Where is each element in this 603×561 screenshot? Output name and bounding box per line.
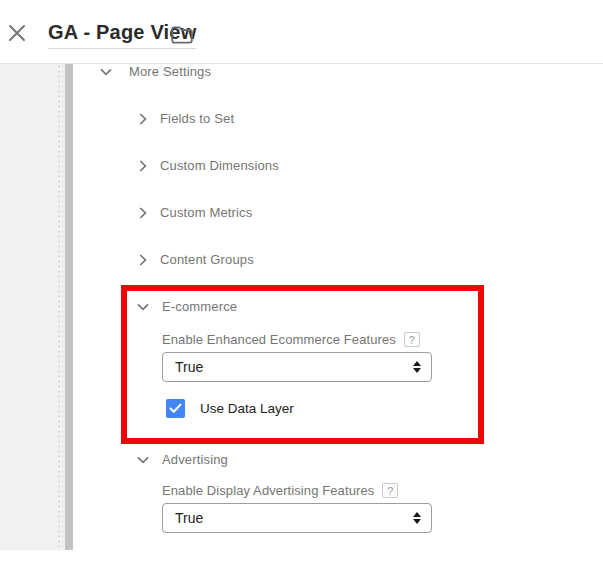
enhanced-ecommerce-select[interactable]: True [162, 352, 432, 382]
tag-editor-dialog: GA - Page View More Settings Fields to S… [0, 0, 603, 561]
field-label: Enable Display Advertising Features [162, 483, 374, 498]
section-content-groups[interactable]: Content Groups [139, 252, 254, 267]
select-value: True [175, 510, 413, 526]
field-label: Enable Enhanced Ecommerce Features [162, 332, 396, 347]
use-data-layer-option[interactable]: Use Data Layer [166, 399, 294, 418]
display-advertising-select[interactable]: True [162, 503, 432, 533]
chevron-down-icon [137, 456, 149, 464]
vertical-scrollbar[interactable] [65, 64, 73, 550]
section-ecommerce[interactable]: E-commerce [137, 299, 237, 314]
chevron-right-icon [139, 160, 147, 172]
section-more-settings[interactable]: More Settings [100, 64, 211, 79]
panel-texture [57, 64, 63, 550]
help-icon[interactable]: ? [382, 483, 398, 498]
checked-checkbox-icon[interactable] [166, 399, 185, 418]
section-fields-to-set[interactable]: Fields to Set [139, 111, 234, 126]
close-icon[interactable] [7, 23, 27, 43]
unfold-arrows-icon [413, 361, 421, 373]
section-label: Advertising [162, 452, 228, 467]
chevron-down-icon [137, 303, 149, 311]
section-label: More Settings [129, 64, 211, 79]
chevron-down-icon [100, 68, 112, 76]
display-advertising-field: Enable Display Advertising Features ? [162, 483, 398, 498]
chevron-right-icon [139, 207, 147, 219]
section-label: Fields to Set [160, 111, 234, 126]
folder-icon[interactable] [170, 25, 194, 45]
chevron-right-icon [139, 113, 147, 125]
section-label: E-commerce [162, 299, 237, 314]
left-spacer-panel [0, 64, 65, 550]
unfold-arrows-icon [413, 512, 421, 524]
dialog-header: GA - Page View [0, 0, 603, 64]
section-custom-metrics[interactable]: Custom Metrics [139, 205, 252, 220]
section-custom-dimensions[interactable]: Custom Dimensions [139, 158, 279, 173]
section-label: Content Groups [160, 252, 254, 267]
checkbox-label: Use Data Layer [200, 401, 294, 416]
help-icon[interactable]: ? [404, 332, 420, 347]
select-value: True [175, 359, 413, 375]
enhanced-ecommerce-field: Enable Enhanced Ecommerce Features ? [162, 332, 420, 347]
section-label: Custom Dimensions [160, 158, 279, 173]
section-label: Custom Metrics [160, 205, 252, 220]
section-advertising[interactable]: Advertising [137, 452, 228, 467]
chevron-right-icon [139, 254, 147, 266]
